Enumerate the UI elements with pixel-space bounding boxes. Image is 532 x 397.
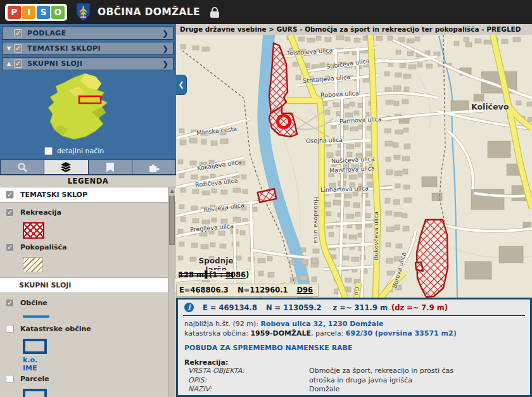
info-panel: i E = 469134.8 N = 113059.2 z =~ 311.9 m… (176, 298, 532, 397)
parcele-checkbox[interactable] (6, 375, 14, 383)
street-label: Gu (353, 287, 360, 295)
rekreacija-checkbox[interactable]: ✓ (6, 208, 14, 217)
field-label: VRSTA OBJEKTA: (184, 367, 309, 376)
accordion-label: TEMATSKI SKLOPI (27, 44, 101, 53)
legend-item-label: Občine (20, 299, 48, 307)
legend-item-label: Pokopališča (20, 243, 67, 251)
accordion-podlage[interactable]: ✓ PODLAGE ❯ (2, 27, 174, 40)
legend-item-label: Katastrske občine (20, 325, 91, 333)
piso-logo-letter: P (8, 6, 21, 19)
map-viewport[interactable]: Tolstojeva ulica Šubičeva ulica Stritarj… (176, 35, 532, 298)
coord-n: N=112960.1 (238, 286, 288, 294)
accordion-label: SKUPNI SLOJI (27, 60, 82, 68)
search-icon (17, 162, 28, 173)
field-row: GEOMETRIJA: (184, 394, 524, 397)
chevron-right-icon: ❯ (162, 60, 168, 68)
piso-app: P I S O OBČINA DOMŽALE ✓ PODLAGE ❯ ▼ ✓ T… (0, 0, 532, 397)
result-section-title: Rekreacija: (184, 358, 524, 367)
coat-of-arms-icon (75, 3, 91, 22)
coord-e: E=468806.3 (179, 286, 229, 294)
nearest-label: najbližja h.št. (92 m): (184, 320, 260, 328)
header: P I S O OBČINA DOMŽALE (0, 0, 532, 24)
overview-map[interactable] (25, 71, 151, 146)
piso-logo-letter: S (37, 6, 50, 19)
lock-icon (210, 11, 219, 18)
legend-common-header-row: SKUPNI SLOJI (0, 277, 176, 293)
query-z: z =~ 311.9 m (333, 303, 388, 312)
tab-layers[interactable] (44, 160, 88, 175)
scale-bar-icon (177, 270, 236, 279)
field-value: Domžale (309, 385, 339, 394)
legend-scrollbar[interactable]: ▲ (168, 187, 175, 397)
detail-mode-label: detajlni način (57, 147, 104, 155)
pokopalisca-swatch (23, 257, 43, 272)
legend-item-obcine: ✓ Občine (0, 299, 176, 307)
datum-link[interactable]: D96 (297, 286, 314, 294)
field-label: NAZIV: (184, 385, 309, 394)
legend-item-parcele: Parcele (0, 375, 176, 383)
info-icon[interactable]: i (184, 303, 194, 312)
legend-item-label: Parcele (20, 375, 49, 383)
legend-header-label: TEMATSKI SKLOP (20, 191, 87, 199)
chevron-right-icon: ❯ (162, 44, 168, 53)
legend-header-label: SKUPNI SLOJI (19, 281, 71, 289)
triangle-down-icon[interactable]: ▼ (4, 46, 14, 51)
tab-search[interactable] (0, 160, 44, 175)
parcel-label: , parcela: (311, 329, 346, 337)
sidebar-collapse-button[interactable]: ❮ (176, 75, 187, 95)
pokopalisca-checkbox[interactable]: ✓ (6, 243, 14, 251)
street-label: Bukovčeva ulica (372, 206, 379, 266)
podlage-checkbox[interactable]: ✓ (14, 29, 22, 37)
piso-logo-letter: O (51, 6, 65, 19)
katastrske-checkbox[interactable] (6, 325, 14, 333)
divider (183, 315, 525, 316)
legend-thematic-header-row: ✓ TEMATSKI SKLOP (0, 187, 176, 203)
accordion-label: PODLAGE (27, 29, 66, 37)
field-row: NAZIV: Domžale (184, 385, 524, 394)
cursor-arrow-icon (322, 395, 331, 397)
nearest-address-row: najbližja h.št. (92 m): Robova ulica 32,… (184, 319, 524, 329)
field-label: GEOMETRIJA: (184, 394, 309, 397)
breadcrumb: Druge državne vsebine > GURS - Območja z… (176, 24, 532, 35)
sidebar: ✓ PODLAGE ❯ ▼ ✓ TEMATSKI SKLOPI ❯ ▲ ✓ SK… (0, 24, 176, 397)
triangle-up-icon[interactable]: ▲ (4, 61, 14, 66)
tab-bookmark[interactable] (89, 160, 132, 175)
thematic-group-checkbox[interactable]: ✓ (6, 191, 14, 199)
rekreacija-swatch (23, 222, 44, 239)
scrollbar-up-arrow[interactable]: ▲ (168, 187, 175, 195)
nearest-address-link[interactable]: Robova ulica 32, 1230 Domžale (260, 320, 383, 328)
legend-item-label: Rekreacija (20, 208, 61, 217)
scrollbar-thumb[interactable] (169, 196, 175, 245)
field-row: VRSTA OBJEKTA: Območje za šport, rekreac… (184, 367, 524, 376)
legend-item-rekreacija: ✓ Rekreacija (0, 208, 176, 217)
obcine-swatch (23, 315, 49, 318)
detail-mode-checkbox[interactable] (44, 147, 53, 155)
bookmark-icon (106, 163, 114, 172)
accordion-skupni-sloji[interactable]: ▲ ✓ SKUPNI SLOJI ❯ (2, 57, 174, 70)
piso-logo[interactable]: P I S O (5, 4, 67, 21)
initiative-link[interactable]: POBUDA ZA SPREMEMBO NAMENSKE RABE (184, 344, 353, 352)
parcele-swatch (23, 389, 47, 397)
municipality-title: OBČINA DOMŽALE (98, 6, 200, 18)
chevron-right-icon: ❯ (162, 29, 168, 38)
zoom-to-geometry-icon[interactable] (309, 395, 320, 397)
legend-item-pokopalisca: ✓ Pokopališča (0, 243, 176, 251)
place-label: Spodnje (194, 256, 238, 265)
puzzle-icon (148, 162, 160, 172)
legend-title: LEGENDA (0, 175, 176, 187)
cursor-coordinates: E=468806.3N=112960.1D96 (176, 284, 319, 297)
katastrske-swatch (23, 339, 47, 354)
accordion-tematski-sklopi[interactable]: ▼ ✓ TEMATSKI SKLOPI ❯ (2, 42, 174, 55)
obcine-checkbox[interactable]: ✓ (6, 299, 14, 307)
piso-logo-letter: I (22, 6, 35, 19)
skupni-checkbox[interactable]: ✓ (14, 60, 22, 68)
street-label: Hubadova ulica (313, 197, 320, 244)
layers-icon (60, 162, 72, 173)
ko-caption: k.o.IME (23, 356, 37, 372)
tematski-checkbox[interactable]: ✓ (14, 44, 22, 53)
field-value: Območje za šport, rekreacijo in prosti č… (309, 367, 453, 376)
parcel-link[interactable]: 692/30 (površina 33571 m2) (346, 329, 457, 337)
street-label: Osojna ulica (306, 136, 343, 144)
tab-tools[interactable] (132, 160, 176, 175)
field-value: otroška in druga javna igrišča (309, 376, 412, 386)
